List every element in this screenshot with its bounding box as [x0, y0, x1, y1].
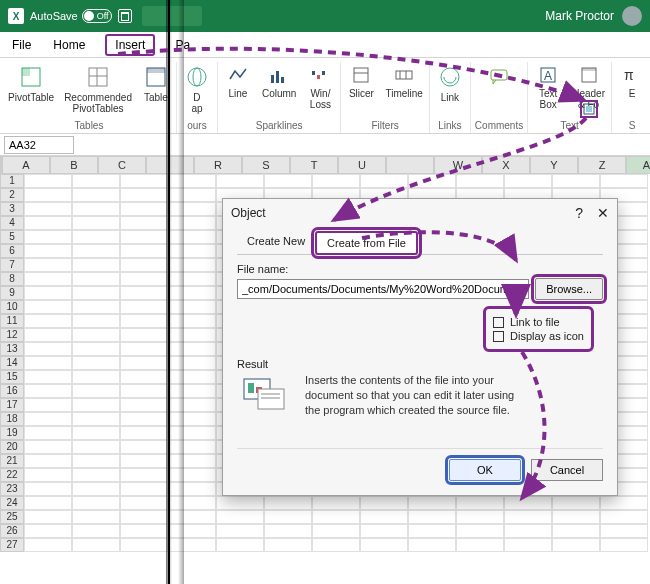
- sparkline-line-button[interactable]: Line: [222, 62, 254, 112]
- cell[interactable]: [168, 258, 216, 272]
- column-header[interactable]: Z: [578, 156, 626, 174]
- row-header[interactable]: 3: [0, 202, 24, 216]
- cell[interactable]: [312, 538, 360, 552]
- cell[interactable]: [24, 328, 72, 342]
- row-header[interactable]: 2: [0, 188, 24, 202]
- cell[interactable]: [120, 454, 168, 468]
- cell[interactable]: [120, 412, 168, 426]
- sparkline-winloss-button[interactable]: Win/ Loss: [304, 62, 336, 112]
- cell[interactable]: [168, 454, 216, 468]
- row-header[interactable]: 17: [0, 398, 24, 412]
- tab-insert[interactable]: Insert: [105, 34, 155, 56]
- recommended-pivot-button[interactable]: Recommended PivotTables: [62, 62, 134, 116]
- cell[interactable]: [312, 524, 360, 538]
- cell[interactable]: [408, 524, 456, 538]
- cell[interactable]: [216, 174, 264, 188]
- cell[interactable]: [72, 398, 120, 412]
- column-header[interactable]: X: [482, 156, 530, 174]
- cell[interactable]: [24, 356, 72, 370]
- row-header[interactable]: 20: [0, 440, 24, 454]
- cell[interactable]: [168, 356, 216, 370]
- cell[interactable]: [120, 538, 168, 552]
- row-header[interactable]: 5: [0, 230, 24, 244]
- table-button[interactable]: Table: [140, 62, 172, 116]
- textbox-button[interactable]: AText Box: [532, 62, 564, 112]
- column-header[interactable]: B: [50, 156, 98, 174]
- column-header[interactable]: T: [290, 156, 338, 174]
- cell[interactable]: [600, 538, 648, 552]
- cell[interactable]: [72, 174, 120, 188]
- row-header[interactable]: 10: [0, 300, 24, 314]
- cell[interactable]: [72, 258, 120, 272]
- cell[interactable]: [360, 510, 408, 524]
- cell[interactable]: [120, 384, 168, 398]
- 3d-map-button[interactable]: D ap: [181, 62, 213, 116]
- cell[interactable]: [168, 230, 216, 244]
- cell[interactable]: [552, 496, 600, 510]
- row-header[interactable]: 19: [0, 426, 24, 440]
- row-header[interactable]: 6: [0, 244, 24, 258]
- cell[interactable]: [24, 244, 72, 258]
- cell[interactable]: [24, 174, 72, 188]
- cell[interactable]: [24, 300, 72, 314]
- cell[interactable]: [120, 244, 168, 258]
- cell[interactable]: [24, 496, 72, 510]
- cell[interactable]: [168, 216, 216, 230]
- row-header[interactable]: 14: [0, 356, 24, 370]
- cell[interactable]: [24, 314, 72, 328]
- cell[interactable]: [504, 510, 552, 524]
- object-button[interactable]: [580, 100, 598, 118]
- row-header[interactable]: 12: [0, 328, 24, 342]
- row-header[interactable]: 7: [0, 258, 24, 272]
- cell[interactable]: [120, 496, 168, 510]
- cell[interactable]: [24, 384, 72, 398]
- cell[interactable]: [168, 440, 216, 454]
- cell[interactable]: [264, 510, 312, 524]
- cell[interactable]: [600, 174, 648, 188]
- row-header[interactable]: 15: [0, 370, 24, 384]
- cell[interactable]: [120, 524, 168, 538]
- toggle-switch[interactable]: Off: [82, 9, 112, 23]
- cell[interactable]: [120, 440, 168, 454]
- cell[interactable]: [24, 412, 72, 426]
- name-box[interactable]: AA32: [4, 136, 74, 154]
- cell[interactable]: [168, 244, 216, 258]
- cell[interactable]: [72, 412, 120, 426]
- row-header[interactable]: 9: [0, 286, 24, 300]
- cell[interactable]: [408, 538, 456, 552]
- cell[interactable]: [24, 538, 72, 552]
- quick-search[interactable]: [142, 6, 202, 26]
- cell[interactable]: [72, 342, 120, 356]
- cell[interactable]: [168, 398, 216, 412]
- column-header[interactable]: [386, 156, 434, 174]
- cell[interactable]: [72, 426, 120, 440]
- cell[interactable]: [72, 328, 120, 342]
- equation-button[interactable]: πE: [616, 62, 648, 101]
- cell[interactable]: [168, 370, 216, 384]
- cell[interactable]: [456, 538, 504, 552]
- column-header[interactable]: S: [242, 156, 290, 174]
- tab-file[interactable]: File: [10, 34, 33, 56]
- cell[interactable]: [24, 342, 72, 356]
- cell[interactable]: [168, 482, 216, 496]
- avatar[interactable]: [622, 6, 642, 26]
- cell[interactable]: [72, 202, 120, 216]
- cell[interactable]: [72, 314, 120, 328]
- tab-home[interactable]: Home: [51, 34, 87, 56]
- cell[interactable]: [120, 272, 168, 286]
- cell[interactable]: [24, 510, 72, 524]
- cell[interactable]: [552, 174, 600, 188]
- cell[interactable]: [120, 314, 168, 328]
- cell[interactable]: [168, 202, 216, 216]
- cell[interactable]: [264, 524, 312, 538]
- column-header[interactable]: AA: [626, 156, 650, 174]
- row-header[interactable]: 1: [0, 174, 24, 188]
- save-icon[interactable]: [118, 9, 132, 23]
- cell[interactable]: [72, 272, 120, 286]
- cell[interactable]: [504, 538, 552, 552]
- cell[interactable]: [168, 286, 216, 300]
- cell[interactable]: [168, 538, 216, 552]
- column-header[interactable]: U: [338, 156, 386, 174]
- cell[interactable]: [408, 510, 456, 524]
- cell[interactable]: [120, 426, 168, 440]
